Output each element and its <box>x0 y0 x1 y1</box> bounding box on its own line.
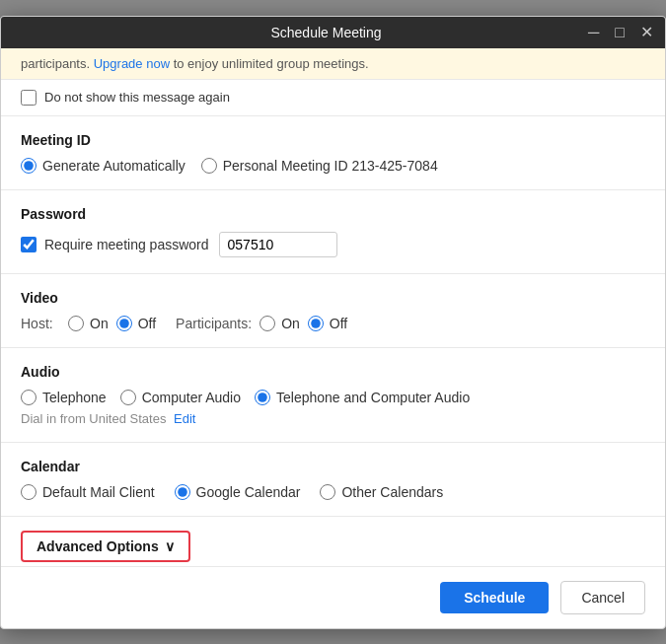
title-bar: Schedule Meeting ─ □ ✕ <box>1 17 665 48</box>
close-button[interactable]: ✕ <box>636 23 657 42</box>
schedule-meeting-window: Schedule Meeting ─ □ ✕ participants. Upg… <box>0 16 666 629</box>
no-show-label: Do not show this message again <box>44 90 230 105</box>
default-mail-option[interactable]: Default Mail Client <box>21 484 155 500</box>
video-row: Host: On Off Participants: On Off <box>21 316 645 331</box>
password-section: Password Require meeting password <box>1 190 665 274</box>
participants-label: Participants: <box>176 316 252 331</box>
participants-on-radio[interactable] <box>259 316 275 331</box>
meeting-id-generate-label: Generate Automatically <box>42 158 185 174</box>
audio-sub-row: Dial in from United States Edit <box>21 411 645 426</box>
video-section: Video Host: On Off Participants: On <box>1 274 665 348</box>
both-audio-label: Telephone and Computer Audio <box>276 390 470 405</box>
minimize-button[interactable]: ─ <box>584 23 603 42</box>
banner-text: participants. <box>21 56 94 71</box>
video-label: Video <box>21 290 645 306</box>
require-password-checkbox[interactable] <box>21 237 37 252</box>
other-calendars-option[interactable]: Other Calendars <box>320 484 443 500</box>
audio-label: Audio <box>21 364 645 380</box>
calendar-row: Default Mail Client Google Calendar Othe… <box>21 484 645 500</box>
require-password-label: Require meeting password <box>44 237 209 252</box>
no-show-row: Do not show this message again <box>1 80 665 116</box>
google-calendar-option[interactable]: Google Calendar <box>175 484 301 500</box>
host-off-radio[interactable] <box>116 316 132 331</box>
calendar-label: Calendar <box>21 459 645 474</box>
advanced-options-label: Advanced Options <box>37 538 159 554</box>
participants-on-option[interactable]: On <box>259 316 300 331</box>
participants-off-radio[interactable] <box>308 316 324 331</box>
meeting-id-personal-label: Personal Meeting ID 213-425-7084 <box>223 158 438 174</box>
meeting-id-generate-radio[interactable] <box>21 158 37 174</box>
google-calendar-label: Google Calendar <box>196 484 301 500</box>
footer: Schedule Cancel <box>1 567 665 628</box>
no-show-checkbox[interactable] <box>21 90 37 106</box>
host-on-radio[interactable] <box>68 316 84 331</box>
other-calendars-radio[interactable] <box>320 484 335 500</box>
telephone-option[interactable]: Telephone <box>21 390 107 405</box>
participants-off-option[interactable]: Off <box>308 316 347 331</box>
computer-audio-option[interactable]: Computer Audio <box>120 390 241 405</box>
meeting-id-options: Generate Automatically Personal Meeting … <box>21 158 645 174</box>
advanced-options-section: Advanced Options ∨ <box>1 517 665 567</box>
other-calendars-label: Other Calendars <box>341 484 443 500</box>
upgrade-link[interactable]: Upgrade now <box>94 56 170 71</box>
host-on-option[interactable]: On <box>68 316 109 331</box>
audio-row: Telephone Computer Audio Telephone and C… <box>21 390 645 405</box>
host-on-label: On <box>90 316 109 331</box>
host-off-label: Off <box>138 316 156 331</box>
advanced-options-button[interactable]: Advanced Options ∨ <box>21 531 190 562</box>
host-off-option[interactable]: Off <box>116 316 156 331</box>
participants-off-label: Off <box>330 316 347 331</box>
telephone-label: Telephone <box>42 390 107 405</box>
calendar-section: Calendar Default Mail Client Google Cale… <box>1 443 665 517</box>
both-audio-radio[interactable] <box>255 390 270 405</box>
content-area: participants. Upgrade now to enjoy unlim… <box>1 48 665 628</box>
password-row: Require meeting password <box>21 232 645 257</box>
cancel-button[interactable]: Cancel <box>560 581 645 614</box>
title-bar-controls: ─ □ ✕ <box>584 23 657 42</box>
edit-link[interactable]: Edit <box>174 411 195 426</box>
meeting-id-personal-radio[interactable] <box>201 158 217 174</box>
meeting-id-label: Meeting ID <box>21 132 645 148</box>
dial-in-text: Dial in from United States <box>21 411 166 426</box>
meeting-id-generate-option[interactable]: Generate Automatically <box>21 158 185 174</box>
google-calendar-radio[interactable] <box>175 484 190 500</box>
banner-suffix: to enjoy unlimited group meetings. <box>170 56 369 71</box>
default-mail-label: Default Mail Client <box>42 484 155 500</box>
default-mail-radio[interactable] <box>21 484 37 500</box>
host-label: Host: <box>21 316 60 331</box>
password-input[interactable] <box>219 232 337 257</box>
computer-audio-radio[interactable] <box>120 390 136 405</box>
computer-audio-label: Computer Audio <box>142 390 241 405</box>
telephone-radio[interactable] <box>21 390 37 405</box>
meeting-id-section: Meeting ID Generate Automatically Person… <box>1 116 665 190</box>
chevron-down-icon: ∨ <box>165 538 175 554</box>
meeting-id-personal-option[interactable]: Personal Meeting ID 213-425-7084 <box>201 158 438 174</box>
restore-button[interactable]: □ <box>611 23 629 42</box>
participants-on-label: On <box>281 316 300 331</box>
both-audio-option[interactable]: Telephone and Computer Audio <box>255 390 470 405</box>
require-password-checkbox-label[interactable]: Require meeting password <box>21 237 209 252</box>
audio-section: Audio Telephone Computer Audio Telephone… <box>1 348 665 443</box>
upgrade-banner: participants. Upgrade now to enjoy unlim… <box>1 48 665 80</box>
password-label: Password <box>21 206 645 222</box>
window-title: Schedule Meeting <box>68 25 584 40</box>
schedule-button[interactable]: Schedule <box>440 582 549 613</box>
